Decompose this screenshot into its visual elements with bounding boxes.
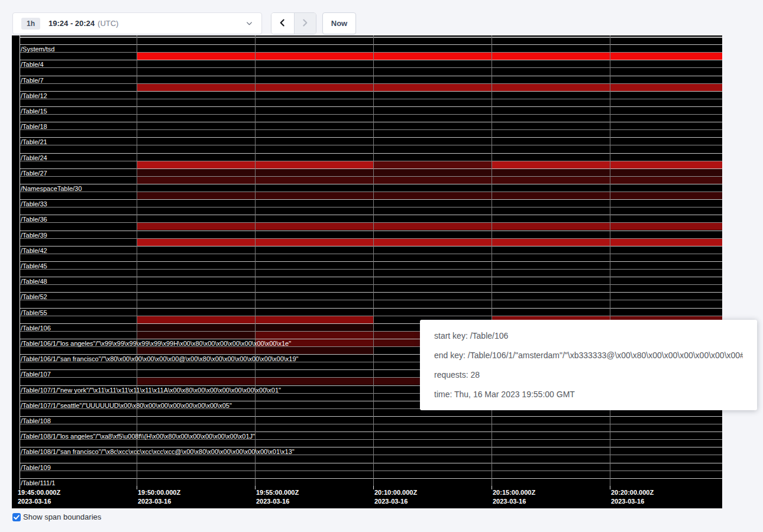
span-boundary-line	[20, 292, 722, 293]
heat-cell[interactable]	[137, 84, 255, 91]
heat-cell[interactable]	[255, 169, 373, 176]
heat-cell[interactable]	[492, 192, 610, 199]
heat-band[interactable]	[137, 53, 722, 60]
tooltip-end-key: end key: /Table/106/1/"amsterdam"/"\xb33…	[434, 351, 743, 360]
heat-cell[interactable]	[137, 239, 255, 246]
heat-band[interactable]	[137, 192, 722, 199]
time-gridline	[492, 35, 492, 486]
chevron-down-icon	[245, 20, 253, 27]
span-boundary-line	[20, 99, 722, 99]
heat-cell[interactable]	[373, 169, 492, 176]
chevron-left-icon	[277, 18, 287, 30]
span-label: /Table/48	[21, 278, 47, 285]
span-boundary-line	[20, 122, 722, 122]
span-boundary-line	[20, 432, 722, 432]
axis-tick	[255, 486, 256, 489]
heat-cell[interactable]	[492, 84, 610, 91]
heat-cell[interactable]	[492, 223, 610, 230]
span-label: /Table/106	[21, 325, 51, 332]
heat-cell[interactable]	[610, 239, 722, 246]
heat-band[interactable]	[137, 223, 722, 230]
heat-cell[interactable]	[373, 53, 492, 60]
heat-cell[interactable]	[255, 316, 373, 323]
span-label: /Table/33	[21, 200, 47, 207]
heat-cell[interactable]	[255, 192, 373, 199]
heat-cell[interactable]	[373, 177, 492, 184]
heat-cell[interactable]	[255, 332, 373, 339]
heat-band[interactable]	[137, 239, 722, 246]
heat-cell[interactable]	[137, 347, 255, 354]
show-span-boundaries-checkbox[interactable]	[12, 513, 21, 521]
heat-cell[interactable]	[373, 84, 492, 91]
time-axis-label: 19:50:00.000Z2023-03-16	[138, 488, 180, 506]
toolbar: 1h 19:24 - 20:24 (UTC) Now	[0, 0, 763, 35]
tooltip-start-key: start key: /Table/106	[434, 331, 743, 340]
now-button[interactable]: Now	[322, 12, 356, 34]
heat-cell[interactable]	[255, 177, 373, 184]
heat-cell[interactable]	[137, 324, 255, 331]
span-boundary-line	[20, 424, 722, 424]
heat-cell[interactable]	[137, 177, 255, 184]
heat-cell[interactable]	[137, 316, 255, 323]
heat-cell[interactable]	[255, 84, 373, 91]
heat-cell[interactable]	[373, 161, 492, 168]
time-axis-label: 20:15:00.000Z2023-03-16	[493, 488, 535, 506]
heat-band[interactable]	[137, 161, 722, 168]
prev-time-button[interactable]	[271, 13, 294, 34]
heat-cell[interactable]	[373, 239, 492, 246]
time-gridline	[137, 35, 137, 486]
heat-band[interactable]	[137, 169, 722, 176]
heat-cell[interactable]	[255, 239, 373, 246]
axis-tick	[373, 486, 374, 489]
heat-cell[interactable]	[492, 177, 610, 184]
heat-cell[interactable]	[137, 169, 255, 176]
heat-cell[interactable]	[137, 332, 255, 339]
span-boundary-line	[20, 67, 722, 68]
heat-cell[interactable]	[137, 53, 255, 60]
heat-cell[interactable]	[255, 223, 373, 230]
heat-cell[interactable]	[137, 378, 255, 385]
heat-cell[interactable]	[137, 161, 255, 168]
tooltip-time: time: Thu, 16 Mar 2023 19:55:00 GMT	[434, 390, 743, 399]
span-boundary-line	[20, 222, 722, 223]
heat-cell[interactable]	[610, 177, 722, 184]
heat-cell[interactable]	[373, 223, 492, 230]
heat-cell[interactable]	[610, 192, 722, 199]
heat-band[interactable]	[137, 177, 722, 184]
heat-cell[interactable]	[255, 53, 373, 60]
time-nav-group	[271, 12, 316, 34]
heat-cell[interactable]	[137, 223, 255, 230]
span-boundary-line	[20, 91, 722, 92]
heat-cell[interactable]	[610, 84, 722, 91]
heat-cell[interactable]	[255, 324, 373, 331]
heat-cell[interactable]	[610, 169, 722, 176]
key-visualizer-canvas[interactable]: /System/tsd/Table/4/Table/7/Table/12/Tab…	[12, 35, 722, 508]
heat-cell[interactable]	[255, 161, 373, 168]
span-boundary-line	[20, 199, 722, 200]
span-boundary-line	[20, 231, 722, 231]
span-label: /System/tsd	[21, 46, 54, 53]
heat-cell[interactable]	[492, 169, 610, 176]
heat-cell[interactable]	[492, 161, 610, 168]
show-span-boundaries-label: Show span boundaries	[23, 512, 101, 521]
span-boundary-line	[20, 176, 722, 177]
time-range-selector[interactable]: 1h 19:24 - 20:24 (UTC)	[12, 12, 262, 34]
span-label: /Table/106/1/"san francisco"/"\x80\x00\x…	[21, 355, 299, 362]
next-time-button-disabled[interactable]	[294, 13, 316, 34]
span-label: /Table/45	[21, 262, 47, 270]
heat-cell[interactable]	[255, 378, 373, 385]
heat-cell[interactable]	[610, 161, 722, 168]
heat-cell[interactable]	[373, 192, 492, 199]
span-label: /Table/27	[21, 170, 47, 177]
heat-cell[interactable]	[610, 223, 722, 230]
heat-cell[interactable]	[492, 53, 610, 60]
heat-cell[interactable]	[492, 239, 610, 246]
heat-cell[interactable]	[610, 53, 722, 60]
span-label: /Table/18	[21, 123, 47, 130]
heat-band[interactable]	[137, 84, 722, 91]
span-boundary-line	[20, 76, 722, 76]
heat-cell[interactable]	[255, 347, 373, 354]
time-axis-label: 19:45:00.000Z2023-03-16	[18, 488, 60, 506]
heat-cell[interactable]	[137, 192, 255, 199]
span-label: /Table/107/1/"seattle"/"UUUUUUD\x00\x80\…	[21, 402, 232, 409]
